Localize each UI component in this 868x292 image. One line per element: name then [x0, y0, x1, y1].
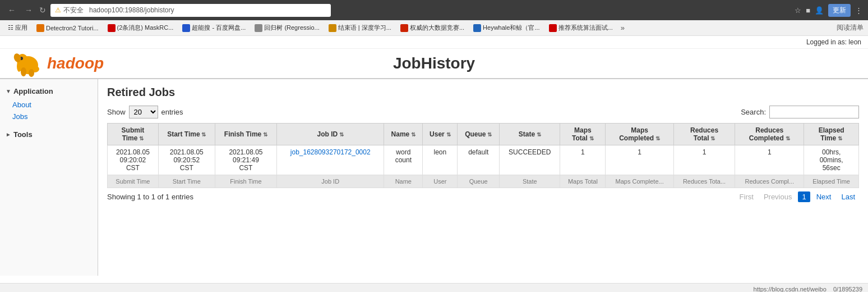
- cell-elapsed-time: 00hrs,00mins,56sec: [804, 145, 859, 175]
- table-controls: Show 20 50 100 entries Search:: [107, 106, 859, 118]
- col-reduces-completed[interactable]: ReducesCompleted: [735, 124, 804, 145]
- bookmarks-bar: ☷ 应用 Detectron2 Tutori... (2条消息) MaskRC.…: [0, 20, 868, 36]
- sidebar-application-label: Application: [13, 87, 53, 95]
- footer-elapsed-time: Elapsed Time: [804, 175, 859, 188]
- application-arrow-icon: ▼: [6, 88, 11, 94]
- reload-button[interactable]: ↻: [39, 6, 46, 15]
- bookmark-deeplearn[interactable]: 结束语 | 深度学习...: [325, 22, 395, 33]
- footer-start-time: Start Time: [158, 175, 215, 188]
- bookmark-star-icon[interactable]: ☆: [795, 6, 801, 15]
- pagination-page-1[interactable]: 1: [798, 191, 810, 202]
- entries-select[interactable]: 20 50 100: [129, 106, 158, 118]
- cell-name: wordcount: [384, 145, 423, 175]
- pagination-next[interactable]: Next: [812, 191, 835, 202]
- menu-icon[interactable]: ⋮: [855, 6, 862, 15]
- hadoop-elephant-icon: [11, 49, 45, 77]
- hadoop-logo-text: hadoop: [47, 54, 104, 72]
- update-button[interactable]: 更新: [828, 4, 851, 17]
- cell-start-time: 2021.08.0509:20:52CST: [158, 145, 215, 175]
- pagination: First Previous 1 Next Last: [736, 191, 859, 202]
- address-bar[interactable]: ⚠ 不安全 hadoop100:19888/jobhistory: [50, 4, 331, 17]
- extensions-icon[interactable]: ■: [806, 6, 810, 15]
- status-bar: https://blog.csdn.net/weibo__0/1895239: [0, 283, 868, 292]
- cell-submit-time: 2021.08.0509:20:02CST: [108, 145, 159, 175]
- sidebar-tools-label: Tools: [13, 130, 33, 139]
- col-start-time[interactable]: Start Time: [158, 124, 215, 145]
- cell-job-id[interactable]: job_1628093270172_0002: [277, 145, 384, 175]
- svg-point-2: [17, 61, 21, 72]
- page-wrapper: Logged in as: leon hadoop JobHistory: [0, 36, 868, 283]
- footer-name: Name: [384, 175, 423, 188]
- search-input[interactable]: [769, 106, 859, 118]
- footer-submit-time: Submit Time: [108, 175, 159, 188]
- col-maps-total[interactable]: MapsTotal: [560, 124, 606, 145]
- profile-icon[interactable]: 👤: [815, 6, 824, 15]
- entries-label: entries: [161, 108, 183, 116]
- table-footer: Showing 1 to 1 of 1 entries First Previo…: [107, 191, 859, 202]
- col-job-id[interactable]: Job ID: [277, 124, 384, 145]
- col-reduces-total[interactable]: ReducesTotal: [673, 124, 735, 145]
- cell-reduces-completed: 1: [735, 145, 804, 175]
- search-area: Search:: [741, 106, 859, 118]
- bookmark-regression[interactable]: 回归树 (Regressio...: [251, 22, 322, 33]
- cell-queue: default: [458, 145, 500, 175]
- reading-list[interactable]: 阅读清单: [837, 23, 864, 33]
- col-submit-time[interactable]: SubmitTime: [108, 124, 159, 145]
- security-warning-icon: ⚠: [55, 6, 61, 14]
- sidebar-tools-header[interactable]: ► Tools: [0, 127, 98, 142]
- col-name[interactable]: Name: [384, 124, 423, 145]
- page-header: hadoop JobHistory: [0, 49, 868, 79]
- pagination-first[interactable]: First: [736, 191, 758, 202]
- svg-point-5: [21, 67, 26, 76]
- pagination-last[interactable]: Last: [837, 191, 859, 202]
- bookmark-recommend[interactable]: 推荐系统算法面试...: [546, 22, 616, 33]
- footer-maps-completed: Maps Complete...: [606, 175, 674, 188]
- col-finish-time[interactable]: Finish Time: [215, 124, 277, 145]
- footer-reduces-completed: Reduces Compl...: [735, 175, 804, 188]
- jobs-table: SubmitTime Start Time Finish Time Job ID…: [107, 123, 859, 188]
- showing-text: Showing 1 to 1 of 1 entries: [107, 193, 193, 201]
- cell-finish-time: 2021.08.0509:21:49CST: [215, 145, 277, 175]
- top-bar: Logged in as: leon: [0, 36, 868, 49]
- col-state[interactable]: State: [500, 124, 560, 145]
- more-bookmarks[interactable]: »: [621, 24, 625, 32]
- pagination-previous[interactable]: Previous: [760, 191, 796, 202]
- sidebar-jobs-link[interactable]: Jobs: [0, 111, 98, 122]
- show-entries: Show 20 50 100 entries: [107, 106, 183, 118]
- col-user[interactable]: User: [423, 124, 458, 145]
- section-title: Retired Jobs: [107, 86, 859, 99]
- col-maps-completed[interactable]: MapsCompleted: [606, 124, 674, 145]
- logo-area: hadoop: [11, 49, 104, 77]
- back-button[interactable]: ←: [6, 4, 18, 16]
- bookmark-apps[interactable]: ☷ 应用: [4, 22, 31, 33]
- bookmark-maskrc[interactable]: (2条消息) MaskRC...: [104, 22, 177, 33]
- footer-job-id: Job ID: [277, 175, 384, 188]
- bookmark-bigdata[interactable]: 权威的大数据竞赛...: [397, 22, 468, 33]
- bookmark-baidu[interactable]: 超能搜 - 百度网盘...: [179, 22, 249, 33]
- page-title: JobHistory: [393, 54, 475, 72]
- cell-reduces-total: 1: [673, 145, 735, 175]
- tools-arrow-icon: ►: [6, 131, 11, 138]
- browser-actions: ☆ ■ 👤 更新 ⋮: [795, 4, 862, 17]
- footer-reduces-total: Reduces Tota...: [673, 175, 735, 188]
- search-label: Search:: [741, 108, 766, 116]
- security-label: 不安全: [63, 6, 84, 15]
- forward-button[interactable]: →: [22, 4, 35, 16]
- bookmark-heywhale[interactable]: Heywhale和鲸（官...: [470, 22, 543, 33]
- svg-point-6: [29, 69, 34, 77]
- browser-chrome: ← → ↻ ⚠ 不安全 hadoop100:19888/jobhistory ☆…: [0, 0, 868, 20]
- sidebar: ▼ Application About Jobs ► Tools: [0, 79, 98, 276]
- status-url: https://blog.csdn.net/weibo__0/1895239: [754, 286, 862, 293]
- col-queue[interactable]: Queue: [458, 124, 500, 145]
- bookmark-detectron[interactable]: Detectron2 Tutori...: [33, 23, 102, 33]
- job-id-link[interactable]: job_1628093270172_0002: [290, 148, 371, 156]
- logged-in-text: Logged in as: leon: [806, 38, 861, 46]
- table-row: 2021.08.0509:20:02CST 2021.08.0509:20:52…: [108, 145, 859, 175]
- hadoop-logo: hadoop: [11, 49, 104, 77]
- sidebar-about-link[interactable]: About: [0, 99, 98, 111]
- col-elapsed-time[interactable]: ElapsedTime: [804, 124, 859, 145]
- table-footer-row: Submit Time Start Time Finish Time Job I…: [108, 175, 859, 188]
- cell-maps-completed: 1: [606, 145, 674, 175]
- main-layout: ▼ Application About Jobs ► Tools Retired…: [0, 79, 868, 276]
- sidebar-application-header[interactable]: ▼ Application: [0, 84, 98, 99]
